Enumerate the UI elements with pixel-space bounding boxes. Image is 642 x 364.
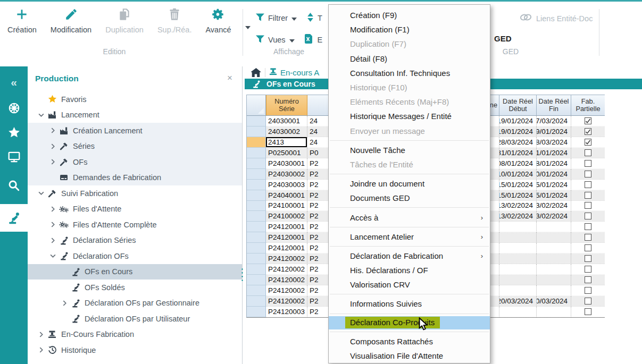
sidebar-item-ofs-en-cours[interactable]: OFs en Cours bbox=[28, 264, 242, 280]
sidebar-item-lancement[interactable]: Lancement bbox=[28, 107, 242, 123]
sidebar-item-suivi-fabrication[interactable]: Suivi Fabrication bbox=[28, 185, 242, 201]
menu-item-modification-f1-[interactable]: Modification (F1) bbox=[329, 22, 490, 37]
menu-item-valorisation-crv[interactable]: Valorisation CRV bbox=[329, 277, 490, 292]
chevron-right-icon[interactable] bbox=[35, 332, 47, 337]
sup-r-a--button[interactable]: Sup./Réa. bbox=[157, 6, 192, 34]
checkbox-unchecked[interactable] bbox=[585, 287, 591, 294]
tab-en-cours[interactable]: En-cours A bbox=[269, 67, 319, 78]
row-selector-cell[interactable] bbox=[247, 148, 266, 158]
row-selector-cell[interactable] bbox=[247, 275, 266, 285]
checkbox-unchecked[interactable] bbox=[585, 181, 591, 188]
duplication-button[interactable]: Duplication bbox=[105, 6, 144, 34]
row-selector-cell[interactable] bbox=[247, 307, 266, 317]
row-selector-cell[interactable] bbox=[247, 201, 266, 211]
column-header-numero-serie[interactable]: Numéro Série bbox=[266, 95, 307, 116]
sidebar-resize-handle[interactable] bbox=[241, 267, 244, 283]
chevron-right-icon[interactable] bbox=[47, 128, 59, 133]
sidebar-item-d-claration-ofs-par-gestionnaire[interactable]: Déclaration OFs par Gestionnaire bbox=[28, 295, 242, 311]
row-selector-cell[interactable] bbox=[247, 116, 266, 126]
grid-corner-cell[interactable] bbox=[247, 95, 266, 116]
column-header-date-debut[interactable]: Date Réel Début bbox=[499, 95, 537, 116]
rail-wheel-icon[interactable] bbox=[0, 99, 28, 117]
row-selector-cell[interactable] bbox=[247, 253, 266, 264]
chevron-down-icon[interactable] bbox=[47, 254, 59, 258]
menu-item-lancement-atelier[interactable]: Lancement Atelier› bbox=[329, 230, 490, 244]
column-header-date-fin[interactable]: Date Réel Fin bbox=[537, 95, 571, 116]
checkbox-unchecked[interactable] bbox=[585, 192, 591, 199]
chevron-down-icon[interactable] bbox=[291, 13, 297, 23]
row-selector-cell[interactable] bbox=[247, 264, 266, 275]
sidebar-item-files-d-attente[interactable]: Files d'Attente bbox=[28, 201, 242, 217]
column-header-fab-partielle[interactable]: Fab. Partielle bbox=[571, 95, 605, 116]
menu-item-d-claration-co-produits[interactable]: Déclaration Co-Produits bbox=[329, 316, 490, 329]
filtrer-button[interactable]: FiltrerT bbox=[256, 12, 322, 24]
ged-button-fragment[interactable]: GED bbox=[494, 34, 512, 43]
rail-search-icon[interactable] bbox=[0, 176, 28, 194]
row-selector-cell[interactable] bbox=[247, 190, 266, 201]
rail-collapse-chevrons-icon[interactable]: « bbox=[0, 73, 28, 91]
numero-serie-edit-cell[interactable]: 2413 bbox=[266, 137, 307, 148]
checkbox-unchecked[interactable] bbox=[585, 255, 591, 262]
sidebar-item-d-claration-ofs-par-utilisateur[interactable]: Déclaration OFs par Utilisateur bbox=[28, 311, 242, 327]
checkbox-unchecked[interactable] bbox=[585, 171, 591, 177]
checkbox-unchecked[interactable] bbox=[585, 298, 591, 304]
menu-item-documents-ged[interactable]: Documents GED bbox=[329, 191, 490, 205]
modification-button[interactable]: Modification bbox=[51, 6, 91, 34]
checkbox-unchecked[interactable] bbox=[585, 266, 591, 273]
chevron-right-icon[interactable] bbox=[47, 159, 59, 165]
row-selector-cell[interactable] bbox=[247, 169, 266, 180]
chevron-right-icon[interactable] bbox=[35, 347, 47, 353]
menu-item-visualisation-file-d-attente[interactable]: Visualisation File d'Attente bbox=[329, 349, 490, 363]
row-selector-cell[interactable] bbox=[247, 126, 266, 137]
chevron-right-icon[interactable] bbox=[47, 206, 59, 212]
row-selector-cell[interactable] bbox=[247, 158, 266, 169]
chevron-right-icon[interactable] bbox=[59, 300, 70, 306]
vues-button[interactable]: VuesE bbox=[256, 34, 322, 46]
sidebar-close-icon[interactable]: × bbox=[227, 73, 232, 83]
chevron-right-icon[interactable] bbox=[47, 143, 59, 149]
sidebar-item-d-claration-ofs[interactable]: Déclaration OFs bbox=[28, 248, 242, 264]
sidebar-item-ofs-sold-s[interactable]: OFs Soldés bbox=[28, 280, 242, 295]
menu-item-informations-suivies[interactable]: Informations Suivies bbox=[329, 297, 490, 311]
sidebar-item-s-ries[interactable]: Séries bbox=[28, 139, 242, 155]
rail-robot-arm-icon[interactable] bbox=[0, 204, 28, 232]
checkbox-unchecked[interactable] bbox=[585, 149, 591, 156]
cr-ation-button[interactable]: Création bbox=[7, 6, 37, 34]
sidebar-item-cr-ation-lancement[interactable]: Création Lancement bbox=[28, 123, 242, 139]
sidebar-item-files-d-attente-compl-te[interactable]: Files d'Attente Complète bbox=[28, 217, 242, 233]
checkbox-unchecked[interactable] bbox=[585, 160, 591, 167]
menu-item-cr-ation-f9-[interactable]: Création (F9) bbox=[329, 8, 490, 22]
checkbox-unchecked[interactable] bbox=[585, 213, 591, 219]
menu-item-his-d-clarations-of[interactable]: His. Déclarations / OF bbox=[329, 263, 490, 277]
sidebar-item-ofs[interactable]: OFs bbox=[28, 154, 242, 170]
home-icon[interactable] bbox=[251, 68, 261, 79]
menu-item-d-tail-f8-[interactable]: Détail (F8) bbox=[329, 52, 490, 66]
rail-monitor-icon[interactable] bbox=[0, 148, 28, 166]
menu-item-historique-messages-entit-[interactable]: Historique Messages / Entité bbox=[329, 109, 490, 123]
row-selector-cell[interactable] bbox=[247, 243, 266, 253]
row-selector-cell[interactable] bbox=[247, 296, 266, 307]
row-selector-cell[interactable] bbox=[247, 232, 266, 243]
menu-item-joindre-un-document[interactable]: Joindre un document bbox=[329, 176, 490, 191]
sidebar-item-historique[interactable]: Historique bbox=[28, 342, 242, 358]
menu-item-acc-s-[interactable]: Accès à› bbox=[329, 210, 490, 224]
menu-item-nouvelle-t-che[interactable]: Nouvelle Tâche bbox=[329, 143, 490, 157]
sidebar-item-en-cours-fabrication[interactable]: En-Cours Fabrication bbox=[28, 327, 242, 343]
checkbox-checked[interactable] bbox=[585, 117, 591, 124]
chevron-down-icon[interactable] bbox=[35, 113, 47, 117]
chevron-right-icon[interactable] bbox=[47, 222, 59, 227]
chevron-right-icon[interactable] bbox=[47, 238, 59, 243]
checkbox-unchecked[interactable] bbox=[585, 234, 591, 241]
chevron-down-icon[interactable] bbox=[289, 35, 295, 45]
row-selector-cell[interactable] bbox=[247, 180, 266, 190]
liens-entite-doc-button[interactable]: Liens Entité-Doc bbox=[519, 13, 593, 23]
checkbox-unchecked[interactable] bbox=[585, 202, 591, 209]
sidebar-item-favoris[interactable]: Favoris bbox=[28, 91, 242, 107]
checkbox-checked[interactable] bbox=[585, 139, 591, 146]
chevron-down-icon[interactable] bbox=[35, 191, 47, 195]
rail-star-icon[interactable] bbox=[0, 123, 28, 141]
checkbox-unchecked[interactable] bbox=[585, 244, 591, 251]
sidebar-item-d-claration-s-ries[interactable]: Déclaration Séries bbox=[28, 233, 242, 249]
sidebar-item-demandes-de-fabrication[interactable]: Demandes de Fabrication bbox=[28, 170, 242, 186]
avanc--button[interactable]: Avancé bbox=[205, 6, 231, 34]
